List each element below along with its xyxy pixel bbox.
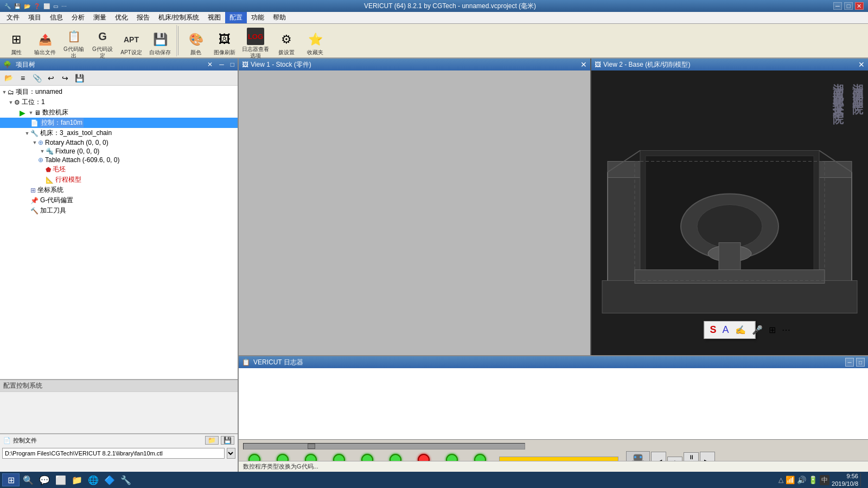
log-minimize-btn[interactable]: ─ <box>845 358 854 367</box>
ctrl-file-path-input[interactable] <box>2 448 225 459</box>
taskbar-search[interactable]: 🔍 <box>21 473 36 486</box>
view1-close-btn[interactable]: ✕ <box>580 60 587 69</box>
view2-close-btn[interactable]: ✕ <box>858 60 865 69</box>
btn-apt-settings[interactable]: APT APT设定 <box>117 26 145 61</box>
tree-close-btn[interactable]: ✕ <box>207 61 213 68</box>
btn-export[interactable]: 📤 输出文件 <box>31 26 59 61</box>
ime-btn-arrow[interactable]: ✍ <box>733 324 748 336</box>
view2-content[interactable]: 湖南九嶷职业技术学院 湖南涌湘师学院 S A ✍ 🎤 ⊞ ⋯ <box>591 70 868 355</box>
toggle-offset[interactable] <box>24 198 30 203</box>
tree-btn-list[interactable]: ≡ <box>16 72 29 84</box>
taskbar-edge[interactable]: 🔷 <box>102 473 117 486</box>
tree-btn-undo[interactable]: ↩ <box>44 72 58 84</box>
sys-tray-battery[interactable]: 🔋 <box>808 476 818 484</box>
toggle-project[interactable]: ▼ <box>1 89 8 95</box>
tree-btn-open[interactable]: 📂 <box>2 72 15 84</box>
quick-window[interactable]: ▭ <box>53 3 58 9</box>
ctrl-file-btn1[interactable]: 📁 <box>205 436 219 445</box>
sys-tray-expand[interactable]: △ <box>778 476 783 484</box>
btn-favorites[interactable]: ⭐ 收藏夹 <box>301 26 329 61</box>
btn-color[interactable]: 🎨 颜色 <box>182 26 210 61</box>
menu-config[interactable]: 配置 <box>225 12 247 23</box>
sys-tray-network[interactable]: 📶 <box>786 476 795 484</box>
close-button[interactable]: ✕ <box>855 2 864 10</box>
toggle-job1[interactable]: ▼ <box>8 100 14 105</box>
menu-help[interactable]: 帮助 <box>269 12 290 23</box>
taskbar-chrome[interactable]: 🌐 <box>86 473 101 486</box>
tree-restore-btn[interactable]: □ <box>231 61 234 68</box>
tree-item-play[interactable]: ▶ ▼ 🖥 数控机床 <box>0 107 238 118</box>
btn-log-viewer[interactable]: LOG 日志器查看选项 <box>239 26 272 61</box>
taskbar-vericut[interactable]: 🔧 <box>118 473 133 486</box>
btn-properties[interactable]: ⊞ 属性 <box>2 26 30 61</box>
toggle-coord[interactable] <box>24 188 30 193</box>
tree-item-machine[interactable]: ▼ 🔧 机床：3_axis_tool_chain <box>0 128 238 138</box>
menu-function[interactable]: 功能 <box>247 12 269 23</box>
tree-item-tools[interactable]: 🔨 加工刀具 <box>0 206 238 216</box>
toggle-fixture[interactable]: ▼ <box>39 149 46 154</box>
progress-track[interactable] <box>243 443 525 450</box>
maximize-button[interactable]: □ <box>844 2 853 10</box>
quick-dots[interactable]: ⋯ <box>61 3 67 9</box>
tree-btn-add[interactable]: 📎 <box>30 72 43 84</box>
ime-btn-mic[interactable]: 🎤 <box>750 324 765 336</box>
quick-save[interactable]: 💾 <box>14 3 21 9</box>
toggle-machine[interactable]: ▼ <box>24 131 30 136</box>
menu-file[interactable]: 文件 <box>2 12 24 23</box>
tree-minimize-btn[interactable]: ─ <box>219 61 224 68</box>
toggle-tools[interactable] <box>24 208 30 214</box>
tree-item-rotary[interactable]: ▼ ⊕ Rotary Attach (0, 0, 0) <box>0 138 238 147</box>
ime-btn-s[interactable]: S <box>708 323 719 337</box>
tree-item-job1[interactable]: ▼ ⚙ 工位：1 <box>0 97 238 107</box>
progress-thumb[interactable] <box>308 444 315 449</box>
show-desktop-btn[interactable] <box>860 473 864 486</box>
taskbar-cortana[interactable]: 💬 <box>37 473 52 486</box>
btn-gcode-settings[interactable]: G G代码设定 <box>88 26 117 61</box>
log-expand-btn[interactable]: □ <box>856 358 865 367</box>
window-controls[interactable]: ─ □ ✕ <box>833 2 864 10</box>
taskbar-taskview[interactable]: ⬜ <box>53 473 68 486</box>
ime-btn-a[interactable]: A <box>720 323 731 337</box>
tree-item-stock[interactable]: ⬟ 毛坯 <box>0 164 238 175</box>
minimize-button[interactable]: ─ <box>833 2 842 10</box>
tree-item-travel[interactable]: 📐 行程模型 <box>0 175 238 185</box>
tree-item-coord[interactable]: ⊞ 坐标系统 <box>0 185 238 195</box>
toggle-table[interactable] <box>31 157 38 163</box>
ctrl-file-dropdown[interactable] <box>227 448 235 459</box>
menu-project[interactable]: 项目 <box>24 12 46 23</box>
tree-item-fixture[interactable]: ▼ 🔩 Fixture (0, 0, 0) <box>0 147 238 156</box>
tree-item-table[interactable]: ⊕ Table Attach (-609.6, 0, 0) <box>0 156 238 164</box>
toggle-cnc[interactable]: ▼ <box>28 110 34 115</box>
btn-reset[interactable]: ⚙ 拨设置 <box>272 26 301 61</box>
menu-report[interactable]: 报告 <box>132 12 154 23</box>
taskbar-explorer[interactable]: 📁 <box>69 473 85 486</box>
nav-pause-btn[interactable]: ⏸ <box>684 452 699 462</box>
tree-btn-save[interactable]: 💾 <box>73 72 86 84</box>
btn-auto-save[interactable]: 💾 自动保存 <box>146 26 174 61</box>
menu-machine[interactable]: 机床/控制系统 <box>154 12 203 23</box>
view1-content[interactable] <box>239 70 590 355</box>
menu-view[interactable]: 视图 <box>203 12 225 23</box>
tree-item-control[interactable]: 📄 控制：fan10m <box>0 118 238 128</box>
start-button[interactable]: ⊞ <box>2 473 20 486</box>
sys-tray-sound[interactable]: 🔊 <box>797 476 806 484</box>
menu-analysis[interactable]: 分析 <box>67 12 89 23</box>
tree-item-project[interactable]: ▼ 🗂 项目：unnamed <box>0 87 238 97</box>
ctrl-file-btn2[interactable]: 💾 <box>221 436 234 445</box>
tree-btn-redo[interactable]: ↪ <box>59 72 72 84</box>
menu-info[interactable]: 信息 <box>46 12 67 23</box>
btn-image-refresh[interactable]: 🖼 图像刷新 <box>210 26 239 61</box>
btn-gcode-output[interactable]: 📋 G代码输出 <box>60 26 88 61</box>
quick-restore[interactable]: ⬜ <box>43 3 50 9</box>
menu-measure[interactable]: 测量 <box>89 12 111 23</box>
ime-btn-more[interactable]: ⋯ <box>780 324 793 336</box>
toggle-control[interactable] <box>24 120 30 126</box>
tree-item-offset[interactable]: 📌 G-代码偏置 <box>0 195 238 206</box>
toggle-stock[interactable] <box>39 167 46 172</box>
sys-tray-ime[interactable]: 中 <box>820 475 829 485</box>
quick-open[interactable]: 📂 <box>24 3 30 9</box>
ime-btn-grid[interactable]: ⊞ <box>767 324 778 336</box>
quick-help[interactable]: ❓ <box>34 3 40 9</box>
menu-optimize[interactable]: 优化 <box>111 12 132 23</box>
toggle-rotary[interactable]: ▼ <box>31 140 38 145</box>
